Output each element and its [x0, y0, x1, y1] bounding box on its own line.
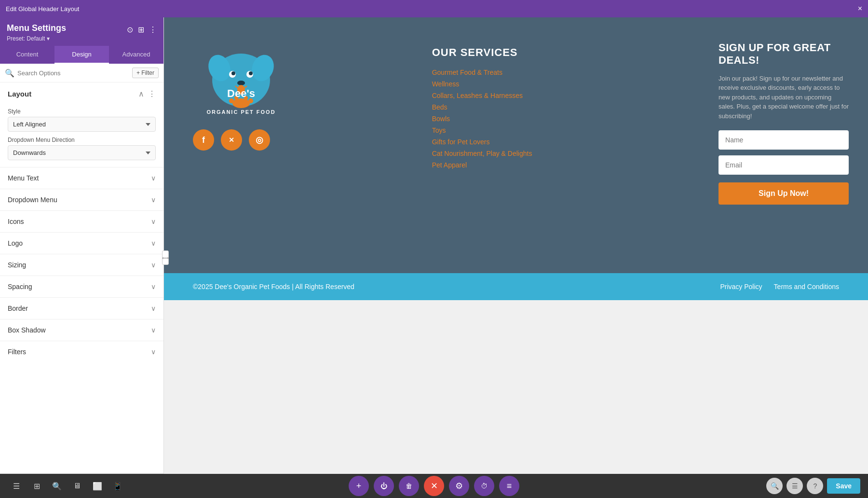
save-button[interactable]: Save — [827, 478, 860, 494]
search-input[interactable] — [17, 69, 129, 77]
twitter-x-icon[interactable]: ✕ — [221, 129, 242, 151]
service-item[interactable]: Gifts for Pet Lovers — [432, 138, 623, 146]
power-button[interactable]: ⏻ — [374, 476, 394, 496]
chevron-down-icon: ∨ — [151, 348, 156, 356]
services-title: OUR SERVICES — [432, 46, 623, 59]
toolbar-desktop-icon[interactable]: 🖥 — [68, 477, 86, 495]
layout-section-icons: ∧ ⋮ — [138, 89, 156, 98]
service-item[interactable]: Beds — [432, 103, 623, 111]
more-icon[interactable]: ⋮ — [149, 25, 157, 34]
service-item[interactable]: Toys — [432, 126, 623, 134]
sizing-section[interactable]: Sizing ∨ — [0, 254, 163, 276]
toolbar-mobile-icon[interactable]: 📱 — [109, 477, 126, 495]
search-bar: 🔍 + Filter — [0, 64, 163, 83]
layout-section-body: Style Left Aligned Center Aligned Right … — [0, 108, 163, 167]
menu-right-icon[interactable]: ☰ — [787, 478, 803, 494]
signup-title: SIGN UP FOR GREAT DEALS! — [719, 42, 849, 67]
panel-preset[interactable]: Preset: Default ▾ — [7, 35, 157, 42]
layers-button[interactable]: ≡ — [499, 476, 519, 496]
close-icon[interactable]: × — [858, 4, 862, 13]
left-panel: Menu Settings ⊙ ⊞ ⋮ Preset: Default ▾ Co… — [0, 17, 164, 498]
svg-point-7 — [237, 81, 245, 85]
close-button[interactable]: ✕ — [424, 476, 444, 496]
layout-section-title: Layout — [8, 90, 31, 98]
help-icon[interactable]: ? — [807, 478, 823, 494]
footer-links: Privacy Policy Terms and Conditions — [720, 283, 839, 290]
layout-section: Layout ∧ ⋮ Style Left Aligned Center Ali… — [0, 83, 163, 167]
brand-logo: Dee's — [193, 46, 289, 114]
brand-tagline: ORGANIC PET FOOD — [193, 109, 289, 115]
bottom-toolbar: ☰ ⊞ 🔍 🖥 ⬜ 📱 + ⏻ 🗑 ✕ ⚙ ⏱ ≡ 🔍 ☰ ? Save — [0, 474, 868, 498]
add-button[interactable]: + — [349, 476, 369, 496]
panel-header-icons: ⊙ ⊞ ⋮ — [127, 25, 157, 34]
chevron-down-icon: ∨ — [151, 174, 156, 182]
toolbar-right-group: 🔍 ☰ ? Save — [766, 478, 860, 494]
toolbar-tablet-icon[interactable]: ⬜ — [89, 477, 106, 495]
service-item[interactable]: Gourmet Food & Treats — [432, 69, 623, 76]
timer-button[interactable]: ⏱ — [474, 476, 494, 496]
tab-content[interactable]: Content — [0, 46, 54, 64]
chevron-down-icon: ∨ — [151, 283, 156, 290]
box-shadow-section[interactable]: Box Shadow ∨ — [0, 319, 163, 341]
columns-icon[interactable]: ⊞ — [138, 25, 144, 34]
toolbar-center-group: + ⏻ 🗑 ✕ ⚙ ⏱ ≡ — [349, 476, 519, 496]
border-section[interactable]: Border ∨ — [0, 297, 163, 319]
signup-button[interactable]: Sign Up Now! — [719, 182, 849, 205]
instagram-icon[interactable]: ◎ — [249, 129, 270, 151]
privacy-policy-link[interactable]: Privacy Policy — [720, 283, 762, 290]
service-item[interactable]: Collars, Leashes & Harnesses — [432, 92, 623, 99]
chevron-down-icon: ∨ — [151, 196, 156, 204]
search-icon: 🔍 — [5, 69, 14, 78]
style-select[interactable]: Left Aligned Center Aligned Right Aligne… — [8, 117, 156, 132]
footer-main: Dee's ORGANIC PET FOOD f ✕ ◎ OUR SERVICE… — [164, 17, 868, 273]
panel-content: Layout ∧ ⋮ Style Left Aligned Center Ali… — [0, 83, 163, 473]
spacing-section[interactable]: Spacing ∨ — [0, 276, 163, 297]
terms-link[interactable]: Terms and Conditions — [774, 283, 839, 290]
toolbar-menu-icon[interactable]: ☰ — [8, 477, 25, 495]
collapse-icon[interactable]: ∧ — [138, 89, 144, 98]
delete-button[interactable]: 🗑 — [399, 476, 419, 496]
copyright-text: ©2025 Dee's Organic Pet Foods | All Righ… — [193, 283, 354, 290]
top-bar-title: Edit Global Header Layout — [6, 5, 79, 13]
panel-title: Menu Settings — [7, 23, 66, 33]
tab-design[interactable]: Design — [54, 46, 109, 64]
top-bar: Edit Global Header Layout × — [0, 0, 868, 17]
logo-section[interactable]: Logo ∨ — [0, 232, 163, 254]
filters-section[interactable]: Filters ∨ — [0, 341, 163, 362]
toolbar-search-icon[interactable]: 🔍 — [48, 477, 66, 495]
chevron-down-icon: ∨ — [151, 239, 156, 247]
chevron-down-icon: ∨ — [151, 326, 156, 334]
service-item[interactable]: Wellness — [432, 80, 623, 88]
layout-section-header[interactable]: Layout ∧ ⋮ — [0, 83, 163, 103]
settings-button[interactable]: ⚙ — [449, 476, 469, 496]
service-item[interactable]: Pet Apparel — [432, 161, 623, 169]
footer-services-column: OUR SERVICES Gourmet Food & Treats Welln… — [413, 17, 642, 273]
service-item[interactable]: Bowls — [432, 115, 623, 123]
dropdown-direction-select[interactable]: Downwards Upwards — [8, 145, 156, 160]
more-options-icon[interactable]: ⋮ — [148, 89, 156, 98]
canvas: Dee's ORGANIC PET FOOD f ✕ ◎ OUR SERVICE… — [164, 17, 868, 498]
settings-icon[interactable]: ⊙ — [127, 25, 133, 34]
svg-point-5 — [231, 71, 235, 75]
signup-name-input[interactable] — [719, 130, 849, 150]
footer-logo-column: Dee's ORGANIC PET FOOD f ✕ ◎ — [164, 17, 413, 273]
facebook-icon[interactable]: f — [193, 129, 214, 151]
style-label: Style — [8, 108, 156, 115]
menu-text-section[interactable]: Menu Text ∨ — [0, 167, 163, 189]
panel-resize-handle[interactable]: ⟺ — [162, 250, 169, 265]
toolbar-grid-icon[interactable]: ⊞ — [28, 477, 45, 495]
tab-advanced[interactable]: Advanced — [109, 46, 163, 64]
footer-signup-column: SIGN UP FOR GREAT DEALS! Join our pack! … — [699, 17, 868, 273]
signup-email-input[interactable] — [719, 155, 849, 175]
search-right-icon[interactable]: 🔍 — [766, 478, 783, 494]
svg-point-6 — [249, 71, 253, 75]
service-item[interactable]: Cat Nourishment, Play & Delights — [432, 150, 623, 157]
dropdown-menu-section[interactable]: Dropdown Menu ∨ — [0, 189, 163, 210]
filter-button[interactable]: + Filter — [132, 68, 159, 78]
toolbar-left-group: ☰ ⊞ 🔍 🖥 ⬜ 📱 — [8, 477, 126, 495]
panel-header: Menu Settings ⊙ ⊞ ⋮ Preset: Default ▾ — [0, 17, 163, 46]
social-icons: f ✕ ◎ — [193, 129, 270, 151]
footer-bottom-bar: ©2025 Dee's Organic Pet Foods | All Righ… — [164, 273, 868, 300]
chevron-down-icon: ∨ — [151, 218, 156, 225]
icons-section[interactable]: Icons ∨ — [0, 210, 163, 232]
